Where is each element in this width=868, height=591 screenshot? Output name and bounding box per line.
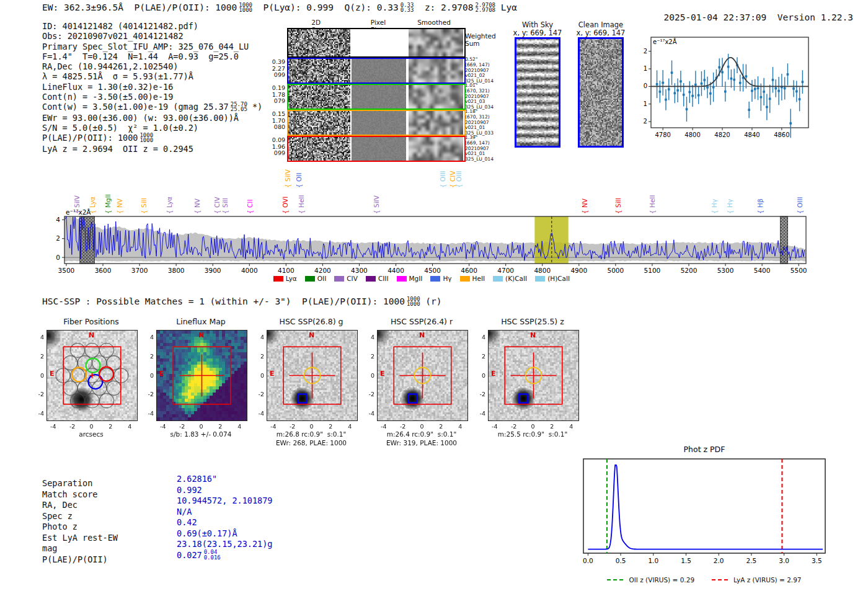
panel-xlabel-2: m:26.8 rc:0.9" s:0.1": [277, 430, 347, 438]
spectrum-line-legend: LyαOIICIVCIIIMgIIHγHeII(K)CaII(H)CaII: [236, 275, 608, 282]
svg-text:2: 2: [644, 48, 647, 55]
qz-value: Q(z): 0.33: [344, 2, 398, 12]
details-text-5: λ = 4825.51Å σ = 5.93(±1.77)Å: [42, 71, 193, 81]
svg-text:4820: 4820: [714, 131, 730, 138]
z-value: z: 2.9708: [425, 2, 474, 12]
legend-item-4: MgII: [397, 275, 423, 282]
y-tick-label: 0: [150, 371, 154, 378]
x-tick-label: 4: [458, 423, 462, 430]
x-tick-label: -4: [50, 423, 56, 430]
svg-text:4840: 4840: [744, 131, 760, 138]
details-line-3: F=1.4" T=0.124 N=1.44 A=0.93 g=25.0: [42, 51, 262, 61]
match-value-text-6: 23.18(23.15,23.21)g: [177, 539, 272, 549]
details-text-11: P(LAE)/P(OII): 1000: [42, 133, 138, 143]
svg-text:3800: 3800: [168, 267, 185, 274]
x-tick-label: -4: [160, 423, 166, 430]
match-label-5: Est LyA rest-EW: [42, 533, 118, 544]
fiber-cutout-row-3: [287, 110, 466, 136]
version-label: Version 1.22.3: [777, 12, 853, 22]
row-left-stats: 0.191.78079: [260, 85, 285, 105]
legend-label: MgII: [409, 275, 423, 282]
y-tick-label: -4: [480, 410, 485, 417]
match-value-text-4: 0.42: [177, 517, 197, 527]
svg-text:5000: 5000: [608, 267, 624, 274]
legend-swatch: [460, 276, 470, 282]
legend-label: HeII: [472, 275, 485, 282]
y-tick-label: -2: [259, 391, 264, 398]
match-value-4: 0.42: [177, 517, 272, 528]
match-value-3: N/A: [177, 507, 272, 518]
smoothed-image: [409, 137, 463, 161]
clean-image-coords: x, y: 669, 147: [577, 29, 626, 37]
emission-label-HeII: { HeII: [649, 195, 656, 214]
svg-text:3600: 3600: [95, 267, 112, 274]
pixel-flat-image: [352, 59, 406, 82]
x-tick-label: 4: [237, 423, 241, 430]
svg-text:4: 4: [56, 216, 60, 223]
smoothed-image: [409, 59, 463, 82]
x-tick-label: 2: [550, 423, 554, 430]
svg-text:4900: 4900: [570, 267, 587, 274]
compass-north: N: [198, 331, 204, 339]
match-value-text-7: 0.027: [177, 550, 202, 560]
compass-east: E: [159, 370, 164, 378]
row-right-meta: 0.52"(669, 147)20210907v021_02325_LU_014: [465, 57, 494, 84]
y-tick-label: -2: [148, 391, 154, 398]
panel-image-fiber-0: NE: [46, 330, 136, 420]
y-tick-label: -2: [480, 391, 485, 398]
emission-label-NV: { NV: [193, 198, 201, 214]
svg-text:0: 0: [644, 82, 647, 89]
legend-item-0: Lyα: [273, 275, 297, 282]
timestamp: 2025-01-04 22:37:09: [663, 12, 766, 22]
pixel-flat-image: [352, 29, 406, 56]
emission-label-OIII: { OIII: [439, 171, 446, 188]
emission-label-MgII: { MgII: [104, 194, 112, 214]
match-value-text-0: 2.62816": [177, 474, 217, 484]
y-tick-label: 2: [482, 352, 485, 359]
svg-text:4700: 4700: [497, 267, 514, 274]
legend-swatch: [334, 276, 344, 282]
x-tick-label: -2: [179, 423, 185, 430]
elixer-report-page: { "header": { "ew": "EW: 362.3±96.5Å", "…: [0, 0, 868, 591]
row-left-stats: 0.392.27099: [260, 59, 285, 79]
hsc-match-summary: HSC-SSP : Possible Matches = 1 (within +…: [42, 296, 442, 308]
legend-swatch: [273, 276, 283, 282]
report-summary-header: EW: 362.3±96.5Å P(LAE)/P(OII): 100010001…: [42, 2, 517, 14]
legend-swatch: [397, 276, 407, 282]
panel-title-0: Fiber Positions: [63, 317, 119, 326]
y-tick-label: 4: [40, 333, 44, 340]
pixel-flat-image: [352, 85, 406, 109]
panel-xlabel-1: s/b: 1.83 +/- 0.074: [170, 430, 232, 438]
svg-text:5400: 5400: [754, 267, 771, 274]
x-tick-label: -2: [400, 423, 405, 430]
match-value-2: 10.944572, 2.101879: [177, 495, 272, 507]
emission-label-SiIV: { SiIV: [284, 169, 291, 188]
2d-spec-image: [288, 85, 350, 109]
svg-text:3500: 3500: [58, 267, 75, 274]
panel-xlabel-4: m:25.5 rc:0.9" s:0.1": [498, 430, 568, 438]
svg-text:-1: -1: [644, 100, 647, 107]
y-tick-label: 4: [482, 333, 485, 340]
emission-label-SiII: { SiII: [140, 198, 148, 214]
panel-sublabel-2: EWr: 268, PLAE: 1000: [276, 439, 347, 447]
plae-poii-value: P(LAE)/P(OII): 1000: [134, 2, 237, 12]
svg-text:4500: 4500: [424, 267, 441, 274]
row-right-meta: 1.39"(669, 147)20210907v021_01325_LU_014: [465, 135, 494, 162]
smoothed-image: [409, 29, 463, 56]
svg-text:4400: 4400: [388, 267, 404, 274]
plae-poii-value-fraction: 10001000: [239, 2, 252, 13]
svg-text:0.5: 0.5: [616, 557, 626, 564]
emission-label-OIII: { OIII: [796, 197, 804, 214]
details-text-1: Obs: 20210907v021_4014121482: [42, 31, 184, 41]
panel-image-hsc-4: NE: [488, 330, 578, 420]
match-value-1: 0.992: [177, 485, 272, 496]
y-tick-label: -4: [369, 410, 374, 417]
match-label-4: Photo z: [42, 522, 118, 533]
fiber-cutout-row-1: [287, 58, 466, 84]
panel-image-hsc-3: NE: [377, 330, 467, 420]
match-label-0: Separation: [42, 478, 118, 489]
svg-text:0: 0: [56, 254, 60, 261]
legend-item-6: HeII: [460, 275, 485, 282]
emission-label-Hγ: { Hγ: [711, 199, 718, 214]
phot-z-pdf-plot: Phot z PDF0.00.51.01.52.02.53.03.5: [580, 444, 829, 575]
